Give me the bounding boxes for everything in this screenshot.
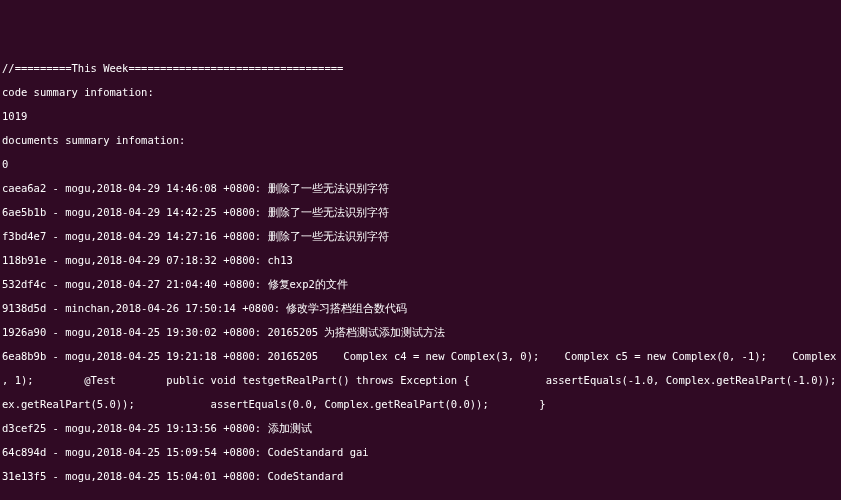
commit-line: f3bd4e7 - mogu,2018-04-29 14:27:16 +0800… xyxy=(2,230,839,242)
code-summary-value: 1019 xyxy=(2,110,839,122)
doc-summary-value: 0 xyxy=(2,158,839,170)
commit-line: 31e13f5 - mogu,2018-04-25 15:04:01 +0800… xyxy=(2,470,839,482)
section-header-this-week: //=========This Week====================… xyxy=(2,62,839,74)
commit-line: 532df4c - mogu,2018-04-27 21:04:40 +0800… xyxy=(2,278,839,290)
commit-line: 118b91e - mogu,2018-04-29 07:18:32 +0800… xyxy=(2,254,839,266)
commit-line: 6ae5b1b - mogu,2018-04-29 14:42:25 +0800… xyxy=(2,206,839,218)
commit-line: caea6a2 - mogu,2018-04-29 14:46:08 +0800… xyxy=(2,182,839,194)
doc-summary-label: documents summary infomation: xyxy=(2,134,839,146)
terminal-output: //=========This Week====================… xyxy=(2,50,839,500)
code-summary-label: code summary infomation: xyxy=(2,86,839,98)
commit-line: d3cef25 - mogu,2018-04-25 19:13:56 +0800… xyxy=(2,422,839,434)
commit-line: 6ea8b9b - mogu,2018-04-25 19:21:18 +0800… xyxy=(2,350,839,362)
commit-line: 1926a90 - mogu,2018-04-25 19:30:02 +0800… xyxy=(2,326,839,338)
commit-line: ex.getRealPart(5.0)); assertEquals(0.0, … xyxy=(2,398,839,410)
commit-line: 9138d5d - minchan,2018-04-26 17:50:14 +0… xyxy=(2,302,839,314)
commit-line: , 1); @Test public void testgetRealPart(… xyxy=(2,374,839,386)
commit-line: 64c894d - mogu,2018-04-25 15:09:54 +0800… xyxy=(2,446,839,458)
